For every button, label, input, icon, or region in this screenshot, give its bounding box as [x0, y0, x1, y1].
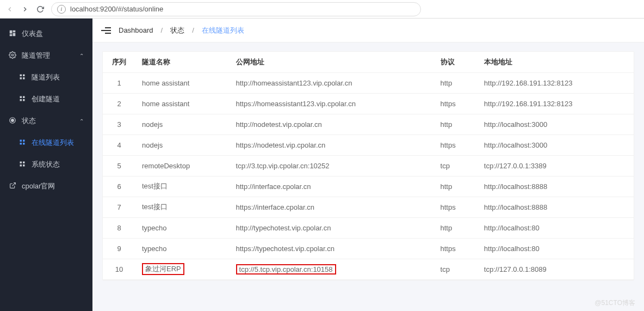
sidebar-item-label: cpolar官网	[22, 181, 55, 191]
cell-proto: https	[434, 238, 478, 259]
svg-rect-18	[23, 164, 25, 167]
breadcrumb-status[interactable]: 状态	[170, 26, 184, 35]
cell-name: nodejs	[135, 114, 230, 135]
cell-local: http://localhost:80	[478, 238, 634, 259]
cell-local: tcp://127.0.0.1:8089	[478, 259, 634, 279]
main-area: Dashboard / 状态 / 在线隧道列表 序列 隧道名称 公网地址 协议 …	[92, 19, 644, 311]
cell-url: tcp://3.tcp.vip.cpolar.cn:10252	[230, 155, 434, 176]
cell-url: tcp://5.tcp.vip.cpolar.cn:10158	[230, 259, 434, 279]
sidebar-item-1[interactable]: 隧道管理⌃	[0, 45, 92, 66]
sidebar-item-label: 隧道列表	[32, 72, 60, 82]
breadcrumb-dashboard[interactable]: Dashboard	[119, 26, 153, 34]
sidebar-item-6[interactable]: 系统状态	[0, 154, 92, 175]
cell-url: http://homeassistant123.vip.cpolar.cn	[230, 72, 434, 93]
sidebar-item-3[interactable]: 创建隧道	[0, 88, 92, 110]
cell-url: https://nodetest.vip.cpolar.cn	[230, 135, 434, 155]
cell-local: http://localhost:3000	[478, 114, 634, 135]
tunnel-table-card: 序列 隧道名称 公网地址 协议 本地地址 1home assistanthttp…	[102, 51, 634, 280]
cell-name: typecho	[135, 217, 230, 238]
cell-proto: http	[434, 176, 478, 197]
svg-rect-12	[23, 139, 25, 142]
breadcrumb-online-tunnels: 在线隧道列表	[202, 26, 244, 35]
breadcrumb-sep: /	[161, 26, 163, 34]
table-header-row: 序列 隧道名称 公网地址 协议 本地地址	[103, 52, 634, 72]
cell-seq: 1	[103, 72, 135, 93]
svg-line-19	[12, 183, 15, 186]
cell-seq: 8	[103, 217, 135, 238]
sidebar-item-label: 状态	[22, 116, 36, 126]
sidebar: 仪表盘隧道管理⌃隧道列表创建隧道状态⌃在线隧道列表系统状态cpolar官网	[0, 19, 92, 311]
url-text: localhost:9200/#/status/online	[70, 5, 163, 13]
svg-rect-2	[23, 74, 25, 76]
forward-icon[interactable]	[21, 5, 29, 14]
table-row: 7test接口https://interface.cpolar.cnhttpsh…	[103, 197, 634, 217]
cell-seq: 9	[103, 238, 135, 259]
cell-url: https://homeassistant123.vip.cpolar.cn	[230, 93, 434, 114]
browser-toolbar: i localhost:9200/#/status/online	[0, 0, 644, 19]
cell-local: http://localhost:8888	[478, 176, 634, 197]
cell-name: test接口	[135, 176, 230, 197]
grid-icon	[18, 74, 26, 82]
target-icon	[9, 117, 16, 126]
table-row: 9typechohttps://typechotest.vip.cpolar.c…	[103, 238, 634, 259]
svg-rect-3	[20, 77, 22, 80]
sidebar-item-5[interactable]: 在线隧道列表	[0, 132, 92, 154]
ext-icon	[9, 182, 16, 191]
cell-url: http://interface.cpolar.cn	[230, 176, 434, 197]
cell-proto: http	[434, 72, 478, 93]
sidebar-item-label: 隧道管理	[22, 51, 50, 60]
svg-rect-6	[23, 96, 25, 98]
cell-seq: 6	[103, 176, 135, 197]
menu-toggle-icon[interactable]	[101, 27, 111, 34]
sidebar-item-label: 创建隧道	[32, 94, 60, 104]
table-row: 5remoteDesktoptcp://3.tcp.vip.cpolar.cn:…	[103, 155, 634, 176]
sidebar-item-label: 在线隧道列表	[32, 138, 74, 148]
grid-icon	[18, 139, 26, 147]
table-row: 6test接口http://interface.cpolar.cnhttphtt…	[103, 176, 634, 197]
sidebar-item-7[interactable]: cpolar官网	[0, 175, 92, 197]
col-name: 隧道名称	[135, 52, 230, 72]
sidebar-item-4[interactable]: 状态⌃	[0, 110, 92, 132]
info-icon: i	[57, 5, 66, 14]
table-row: 1home assistanthttp://homeassistant123.v…	[103, 72, 634, 93]
svg-rect-7	[20, 99, 22, 101]
content: 序列 隧道名称 公网地址 协议 本地地址 1home assistanthttp…	[92, 42, 644, 311]
svg-rect-1	[20, 74, 22, 76]
svg-rect-5	[20, 96, 22, 98]
svg-rect-13	[20, 143, 22, 145]
sidebar-item-label: 仪表盘	[22, 29, 43, 39]
tunnel-table: 序列 隧道名称 公网地址 协议 本地地址 1home assistanthttp…	[103, 52, 634, 280]
cell-proto: tcp	[434, 155, 478, 176]
cell-seq: 4	[103, 135, 135, 155]
grid-icon	[18, 161, 26, 169]
cell-seq: 10	[103, 259, 135, 279]
sidebar-item-2[interactable]: 隧道列表	[0, 66, 92, 88]
cell-local: http://192.168.191.132:8123	[478, 72, 634, 93]
address-bar[interactable]: i localhost:9200/#/status/online	[51, 2, 421, 16]
back-icon[interactable]	[5, 5, 14, 14]
table-row: 2home assistanthttps://homeassistant123.…	[103, 93, 634, 114]
svg-rect-4	[23, 77, 25, 80]
reload-icon[interactable]	[36, 5, 45, 14]
table-row: 3nodejshttp://nodetest.vip.cpolar.cnhttp…	[103, 114, 634, 135]
cell-name: home assistant	[135, 72, 230, 93]
table-row: 4nodejshttps://nodetest.vip.cpolar.cnhtt…	[103, 135, 634, 155]
col-proto: 协议	[434, 52, 478, 72]
cell-name: nodejs	[135, 135, 230, 155]
cell-url: https://typechotest.vip.cpolar.cn	[230, 238, 434, 259]
watermark: @51CTO博客	[595, 298, 635, 308]
chevron-up-icon: ⌃	[79, 53, 84, 59]
cell-url: http://nodetest.vip.cpolar.cn	[230, 114, 434, 135]
svg-rect-14	[23, 143, 25, 145]
svg-rect-8	[23, 99, 25, 101]
breadcrumb-sep: /	[192, 26, 194, 34]
chevron-up-icon: ⌃	[79, 118, 84, 124]
svg-rect-16	[23, 161, 25, 163]
cell-name: remoteDesktop	[135, 155, 230, 176]
cell-proto: https	[434, 93, 478, 114]
sidebar-item-label: 系统状态	[32, 160, 60, 169]
sidebar-item-0[interactable]: 仪表盘	[0, 23, 92, 45]
table-row: 8typechohttp://typechotest.vip.cpolar.cn…	[103, 217, 634, 238]
cell-proto: https	[434, 135, 478, 155]
cell-url: https://interface.cpolar.cn	[230, 197, 434, 217]
